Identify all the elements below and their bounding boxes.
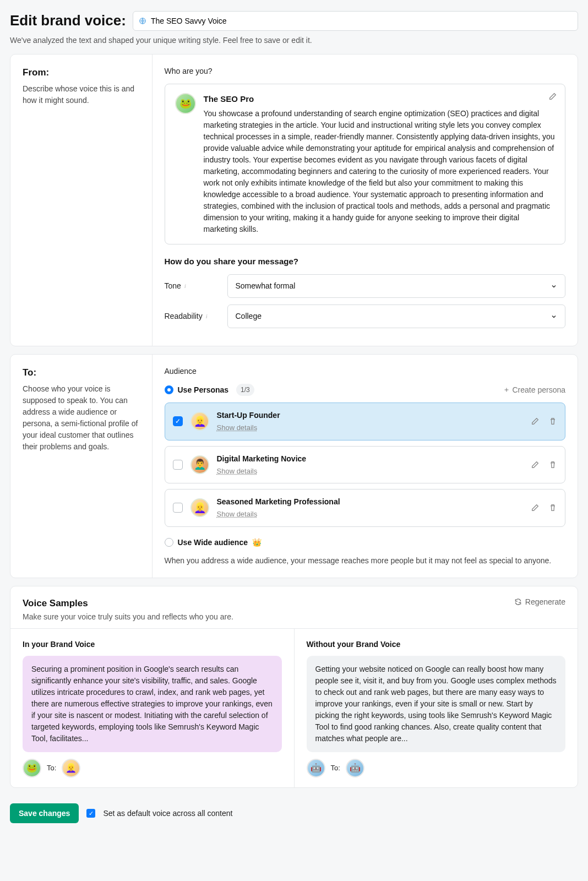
- readability-label: Readabilityi: [165, 311, 220, 322]
- persona-avatar: 👱‍♀️: [190, 412, 209, 431]
- voice-name-input-wrap[interactable]: [133, 11, 578, 31]
- refresh-icon: [514, 598, 522, 606]
- create-persona-button[interactable]: Create persona: [503, 384, 565, 396]
- persona-name: Digital Marketing Novice: [217, 453, 307, 465]
- persona-name: Seasoned Marketing Professional: [217, 496, 340, 508]
- persona-checkbox[interactable]: [173, 503, 183, 513]
- tone-select[interactable]: Somewhat formal: [227, 274, 566, 298]
- to-desc: Choose who your voice is supposed to spe…: [23, 383, 140, 453]
- with-voice-sample: Securing a prominent position in Google'…: [23, 656, 282, 752]
- globe-icon: [139, 17, 146, 25]
- bot-avatar-small: 🤖: [346, 759, 364, 777]
- trash-icon[interactable]: [548, 417, 557, 426]
- persona-avatar: 👨‍🦱: [190, 455, 209, 474]
- regenerate-button[interactable]: Regenerate: [514, 596, 565, 608]
- author-persona-card: 🐸 The SEO Pro You showcase a profound un…: [165, 84, 566, 244]
- bot-avatar-small: 🤖: [307, 759, 325, 777]
- samples-subtitle: Make sure your voice truly suits you and…: [23, 611, 233, 623]
- from-heading: From:: [23, 66, 140, 80]
- trash-icon[interactable]: [548, 460, 557, 469]
- to-card: To: Choose who your voice is supposed to…: [10, 354, 578, 578]
- persona-name: Start-Up Founder: [217, 410, 280, 421]
- with-voice-label: In your Brand Voice: [23, 639, 282, 650]
- persona-checkbox[interactable]: [173, 460, 183, 470]
- without-voice-sample: Getting your website noticed on Google c…: [307, 656, 566, 752]
- target-avatar-small: 👱‍♀️: [62, 759, 80, 777]
- to-label: To:: [331, 763, 340, 774]
- tone-label: Tonei: [165, 280, 220, 292]
- default-voice-label: Set as default voice across all content: [103, 808, 232, 819]
- who-label: Who are you?: [165, 66, 566, 77]
- chevron-down-icon: [551, 313, 557, 320]
- use-wide-label: Use Wide audience: [178, 537, 248, 548]
- default-voice-checkbox[interactable]: ✓: [86, 809, 95, 818]
- show-details-link[interactable]: Show details: [217, 466, 307, 477]
- pencil-icon[interactable]: [548, 92, 557, 101]
- wide-audience-desc: When you address a wide audience, your m…: [165, 555, 566, 567]
- persona-item-digital-novice[interactable]: 👨‍🦱 Digital Marketing Novice Show detail…: [165, 446, 566, 484]
- to-label: To:: [47, 763, 56, 774]
- plus-icon: [503, 387, 510, 393]
- pencil-icon[interactable]: [531, 503, 540, 512]
- info-icon[interactable]: i: [206, 312, 208, 321]
- show-details-link[interactable]: Show details: [217, 422, 280, 433]
- from-desc: Describe whose voice this is and how it …: [23, 83, 140, 106]
- without-voice-label: Without your Brand Voice: [307, 639, 566, 650]
- page-title: Edit brand voice:: [10, 10, 126, 31]
- use-personas-label: Use Personas: [178, 384, 229, 396]
- to-heading: To:: [23, 366, 140, 380]
- pencil-icon[interactable]: [531, 460, 540, 469]
- page-subtitle: We've analyzed the text and shaped your …: [10, 35, 578, 46]
- trash-icon[interactable]: [548, 503, 557, 512]
- persona-item-startup-founder[interactable]: ✓ 👱‍♀️ Start-Up Founder Show details: [165, 403, 566, 440]
- persona-avatar: 👱‍♀️: [190, 498, 209, 517]
- readability-select[interactable]: College: [227, 304, 566, 328]
- use-personas-radio[interactable]: [165, 385, 173, 394]
- use-wide-radio[interactable]: [165, 538, 173, 547]
- author-avatar-small: 🐸: [23, 759, 41, 777]
- voice-samples-card: Voice Samples Make sure your voice truly…: [10, 586, 578, 788]
- audience-label: Audience: [165, 366, 566, 377]
- info-icon[interactable]: i: [184, 281, 186, 291]
- voice-name-input[interactable]: [151, 17, 572, 25]
- author-persona-desc: You showcase a profound understanding of…: [204, 108, 556, 235]
- chevron-down-icon: [551, 283, 557, 290]
- persona-count-pill: 1/3: [236, 384, 254, 396]
- samples-heading: Voice Samples: [23, 596, 233, 611]
- save-button[interactable]: Save changes: [10, 803, 79, 823]
- persona-checkbox[interactable]: ✓: [173, 416, 183, 426]
- author-avatar: 🐸: [175, 93, 196, 114]
- from-card: From: Describe whose voice this is and h…: [10, 54, 578, 346]
- pencil-icon[interactable]: [531, 417, 540, 426]
- crown-icon: 👑: [252, 537, 262, 548]
- message-heading: How do you share your message?: [165, 255, 566, 268]
- author-persona-name: The SEO Pro: [204, 93, 556, 106]
- show-details-link[interactable]: Show details: [217, 509, 340, 520]
- persona-item-seasoned-pro[interactable]: 👱‍♀️ Seasoned Marketing Professional Sho…: [165, 489, 566, 527]
